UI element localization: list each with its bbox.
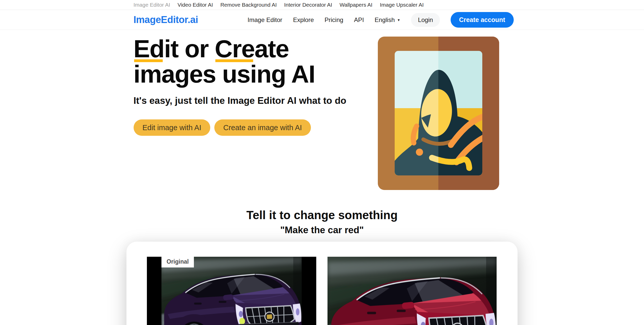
topbar-link-remove-background-ai[interactable]: Remove Background AI [220,2,277,8]
create-image-button[interactable]: Create an image with AI [214,119,311,136]
topbar-nav: Image Editor AI Video Editor AI Remove B… [131,2,514,8]
hero-section: Edit or Createimages using AI It's easy,… [0,30,644,189]
edited-car-image [327,257,497,325]
comparison-row: Original [147,257,497,325]
hero-heading-text-2: ate [254,35,289,63]
hero-heading-underlined-1: Ed [134,35,164,63]
language-dropdown[interactable]: English ▼ [375,16,401,24]
edited-car-photo [327,257,497,325]
topbar: Image Editor AI Video Editor AI Remove B… [0,0,644,10]
topbar-link-image-upscaler-ai[interactable]: Image Upscaler AI [380,2,424,8]
topbar-link-video-editor-ai[interactable]: Video Editor AI [178,2,213,8]
topbar-link-interior-decorator-ai[interactable]: Interior Decorator AI [284,2,332,8]
create-account-button[interactable]: Create account [451,12,514,28]
nav-pricing[interactable]: Pricing [325,16,343,24]
main-nav: Image Editor Explore Pricing API English… [248,12,513,28]
original-label: Original [161,257,194,267]
mona-lisa-svg [378,37,499,190]
nav-image-editor[interactable]: Image Editor [248,16,282,24]
topbar-link-image-editor-ai[interactable]: Image Editor AI [134,2,170,8]
demo-title: Tell it to change something [0,208,644,222]
language-label: English [375,16,395,24]
main-header: ImageEditor.ai Image Editor Explore Pric… [0,10,644,30]
original-car-photo: Original [161,257,302,325]
edited-car-svg [327,257,497,325]
hero-heading-underlined-2: Cre [215,35,255,63]
edit-image-button[interactable]: Edit image with AI [134,119,210,136]
nav-explore[interactable]: Explore [293,16,314,24]
original-car-image: Original [147,257,316,325]
topbar-link-wallpapers-ai[interactable]: Wallpapers AI [339,2,372,8]
chevron-down-icon: ▼ [397,18,400,22]
demo-prompt: "Make the car red" [0,224,644,236]
card-wrap: Original [0,236,644,325]
logo[interactable]: ImageEditor.ai [134,14,198,25]
page: { "topbar": { "items": [ {"label": "Imag… [0,0,644,325]
nav-api[interactable]: API [354,16,364,24]
login-button[interactable]: Login [411,13,440,27]
hero-heading-text-1: it or [164,35,215,63]
mona-lisa-illustration [378,37,499,190]
comparison-card: Original [126,242,518,325]
demo-section: Tell it to change something "Make the ca… [0,189,644,325]
